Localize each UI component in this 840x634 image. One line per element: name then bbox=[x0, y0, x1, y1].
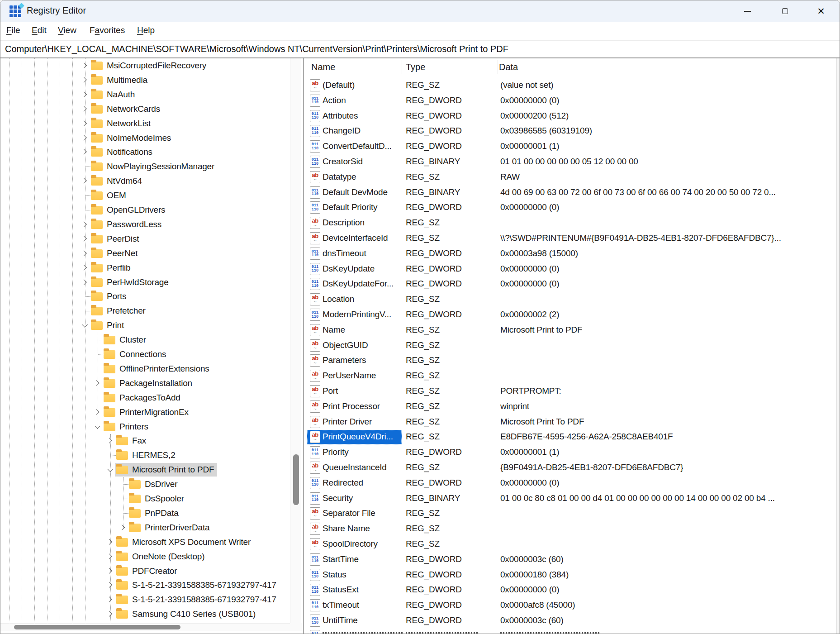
tree-node-pnpdata[interactable]: PnPData bbox=[128, 506, 182, 520]
registry-value-row[interactable]: 011110PriorityREG_DWORD0x00000001 (1) bbox=[306, 445, 836, 460]
registry-value-row[interactable]: 011110StatusExtREG_DWORD0x00000000 (0) bbox=[306, 582, 836, 598]
tree-node-oem[interactable]: OEM bbox=[90, 189, 129, 202]
tree-node-microsoft-xps-document-writer[interactable]: Microsoft XPS Document Writer bbox=[115, 535, 254, 549]
registry-value-row[interactable]: ab~PortREG_SZPORTPROMPT: bbox=[306, 384, 836, 399]
menu-edit[interactable]: Edit bbox=[32, 25, 47, 35]
chevron-down-icon[interactable] bbox=[95, 423, 100, 429]
registry-value-row[interactable]: ab~ObjectGUIDREG_SZ bbox=[306, 338, 836, 353]
column-separator[interactable] bbox=[498, 60, 498, 74]
menu-file[interactable]: File bbox=[6, 25, 20, 35]
column-separator[interactable] bbox=[804, 60, 804, 74]
registry-value-row[interactable]: ab~DatatypeREG_SZRAW bbox=[306, 170, 836, 185]
registry-value-row[interactable]: ab~Print ProcessorREG_SZwinprint bbox=[306, 399, 836, 415]
list-vertical-scrollbar[interactable] bbox=[836, 58, 840, 634]
registry-value-row[interactable]: 011110ModernPrintingV...REG_DWORD0x00000… bbox=[306, 307, 836, 323]
title-bar[interactable]: Registry Editor ✕ bbox=[0, 0, 840, 22]
registry-value-row[interactable]: 011110txTimeoutREG_DWORD0x0000afc8 (4500… bbox=[306, 598, 836, 613]
maximize-button[interactable] bbox=[774, 0, 796, 22]
tree-node-peerdist[interactable]: PeerDist bbox=[90, 232, 142, 246]
registry-value-row-clipped[interactable]: 011110 bbox=[306, 629, 836, 634]
registry-value-row[interactable]: 011110DsKeyUpdateREG_DWORD0x00000000 (0) bbox=[306, 262, 836, 277]
tree-horizontal-scrollbar-thumb[interactable] bbox=[14, 625, 180, 629]
registry-value-row[interactable]: 011110dnsTimeoutREG_DWORD0x00003a98 (150… bbox=[306, 246, 836, 262]
tree-node-peernet[interactable]: PeerNet bbox=[90, 247, 141, 260]
tree-node-naauth[interactable]: NaAuth bbox=[90, 88, 138, 101]
tree-node-prefetcher[interactable]: Prefetcher bbox=[90, 304, 149, 318]
chevron-right-icon[interactable] bbox=[106, 568, 112, 574]
tree-node-hermes-2[interactable]: HERMES,2 bbox=[115, 448, 179, 462]
tree-node-packageinstallation[interactable]: PackageInstallation bbox=[102, 377, 195, 390]
tree-node-print[interactable]: Print bbox=[90, 319, 127, 332]
registry-value-row[interactable]: ab~DeviceInterfaceIdREG_SZ\\?\SWD#PRINTE… bbox=[306, 231, 836, 246]
tree-node-onenote-desktop-[interactable]: OneNote (Desktop) bbox=[115, 550, 208, 563]
menu-view[interactable]: View bbox=[58, 25, 76, 35]
registry-value-row[interactable]: 011110CreatorSidREG_BINARY01 01 00 00 00… bbox=[306, 154, 836, 170]
registry-value-row[interactable]: ab~SpoolDirectoryREG_SZ bbox=[306, 537, 836, 552]
chevron-right-icon[interactable] bbox=[81, 91, 87, 97]
chevron-right-icon[interactable] bbox=[81, 62, 87, 68]
chevron-right-icon[interactable] bbox=[94, 380, 100, 386]
tree-node-fax[interactable]: Fax bbox=[115, 434, 149, 448]
tree-node-networkcards[interactable]: NetworkCards bbox=[90, 102, 163, 116]
chevron-right-icon[interactable] bbox=[81, 120, 87, 126]
chevron-right-icon[interactable] bbox=[81, 250, 87, 256]
column-header-type[interactable]: Type bbox=[406, 62, 425, 72]
chevron-right-icon[interactable] bbox=[81, 135, 87, 141]
registry-value-row[interactable]: ab~LocationREG_SZ bbox=[306, 292, 836, 307]
tree-node-pdfcreator[interactable]: PDFCreator bbox=[115, 564, 180, 578]
tree-node-networklist[interactable]: NetworkList bbox=[90, 117, 154, 130]
chevron-right-icon[interactable] bbox=[106, 539, 112, 545]
registry-value-row[interactable]: 011110StartTimeREG_DWORD0x0000003c (60) bbox=[306, 552, 836, 567]
chevron-right-icon[interactable] bbox=[81, 77, 87, 83]
chevron-right-icon[interactable] bbox=[81, 106, 87, 112]
registry-value-row[interactable]: ab~Printer DriverREG_SZMicrosoft Print T… bbox=[306, 415, 836, 430]
registry-value-row[interactable]: 011110DsKeyUpdateFor...REG_DWORD0x000000… bbox=[306, 276, 836, 292]
tree-node-samsung-c410-series-usb001-[interactable]: Samsung C410 Series (USB001) bbox=[115, 607, 259, 621]
registry-value-row[interactable]: ab~(Default)REG_SZ(value not set) bbox=[306, 78, 836, 93]
pane-splitter[interactable] bbox=[303, 58, 304, 634]
registry-value-row[interactable]: 011110RedirectedREG_DWORD0x00000000 (0) bbox=[306, 476, 836, 491]
chevron-right-icon[interactable] bbox=[106, 596, 112, 602]
tree-node-printers[interactable]: Printers bbox=[102, 420, 152, 434]
column-header-data[interactable]: Data bbox=[499, 62, 518, 72]
tree-node-ntvdm64[interactable]: NtVdm64 bbox=[90, 174, 145, 188]
registry-value-row[interactable]: 011110UntilTimeREG_DWORD0x0000003c (60) bbox=[306, 613, 836, 629]
registry-value-row[interactable]: 011110AttributesREG_DWORD0x00000200 (512… bbox=[306, 109, 836, 124]
chevron-right-icon[interactable] bbox=[106, 553, 112, 559]
registry-value-row[interactable]: 011110ChangeIDREG_DWORD0x03986585 (60319… bbox=[306, 124, 836, 139]
tree-node-noimemodeimes[interactable]: NoImeModeImes bbox=[90, 131, 174, 145]
tree-node-notifications[interactable]: Notifications bbox=[90, 145, 156, 159]
registry-value-row[interactable]: ab~PrintQueueV4Dri...REG_SZE8DFB67E-4595… bbox=[306, 429, 836, 445]
tree-node-ports[interactable]: Ports bbox=[90, 290, 129, 303]
chevron-right-icon[interactable] bbox=[106, 582, 112, 588]
registry-value-row[interactable]: ab~PerUserNameREG_SZ bbox=[306, 368, 836, 384]
tree-horizontal-scrollbar[interactable] bbox=[0, 623, 290, 631]
tree-node-microsoft-print-to-pdf[interactable]: Microsoft Print to PDF bbox=[115, 463, 217, 477]
registry-value-row[interactable]: ab~DescriptionREG_SZ bbox=[306, 215, 836, 231]
tree-node-packagestoadd[interactable]: PackagesToAdd bbox=[102, 391, 184, 405]
chevron-down-icon[interactable] bbox=[107, 466, 113, 472]
tree-node-opengldrivers[interactable]: OpenGLDrivers bbox=[90, 203, 168, 217]
tree-node-printerdriverdata[interactable]: PrinterDriverData bbox=[128, 521, 213, 534]
registry-value-row[interactable]: ab~ParametersREG_SZ bbox=[306, 353, 836, 368]
tree-node-passwordless[interactable]: PasswordLess bbox=[90, 218, 165, 231]
column-header-name[interactable]: Name bbox=[311, 62, 335, 72]
chevron-right-icon[interactable] bbox=[106, 438, 112, 444]
registry-value-row[interactable]: ab~QueueInstanceIdREG_SZ{B9F0491A-DB25-4… bbox=[306, 460, 836, 476]
chevron-right-icon[interactable] bbox=[106, 611, 112, 617]
tree-node-s-1-5-21-3391588385-671932797-417[interactable]: S-1-5-21-3391588385-671932797-417 bbox=[115, 593, 280, 606]
chevron-right-icon[interactable] bbox=[81, 265, 87, 271]
tree-node-msicorruptedfilerecovery[interactable]: MsiCorruptedFileRecovery bbox=[90, 59, 209, 72]
menu-favorites[interactable]: Favorites bbox=[90, 25, 125, 35]
chevron-right-icon[interactable] bbox=[81, 279, 87, 285]
chevron-right-icon[interactable] bbox=[81, 149, 87, 155]
chevron-right-icon[interactable] bbox=[81, 221, 87, 227]
registry-value-row[interactable]: 011110StatusREG_DWORD0x00000180 (384) bbox=[306, 567, 836, 583]
close-button[interactable]: ✕ bbox=[810, 0, 832, 22]
tree-node-nowplayingsessionmanager[interactable]: NowPlayingSessionManager bbox=[90, 160, 218, 173]
tree-node-dsdriver[interactable]: DsDriver bbox=[128, 477, 180, 491]
tree-node-dsspooler[interactable]: DsSpooler bbox=[128, 492, 187, 505]
tree-node-printermigrationex[interactable]: PrinterMigrationEx bbox=[102, 405, 192, 419]
registry-value-row[interactable]: 011110SecurityREG_BINARY01 00 0c 80 c8 0… bbox=[306, 491, 836, 506]
tree-node-connections[interactable]: Connections bbox=[102, 348, 169, 361]
